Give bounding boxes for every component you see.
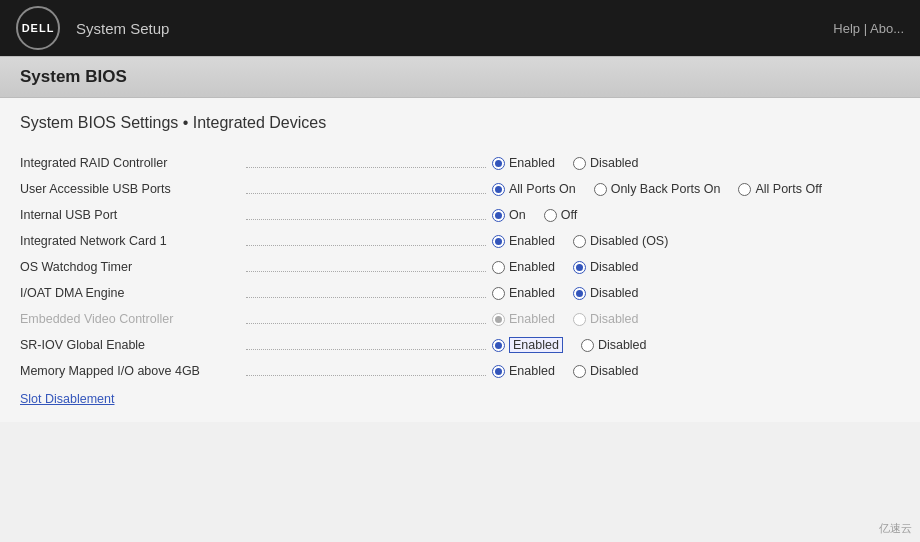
radio-option-user-usb-ports-0[interactable]: All Ports On	[492, 182, 576, 196]
radio-label-os-watchdog-1: Disabled	[590, 260, 639, 274]
main-content: System BIOS System BIOS Settings • Integ…	[0, 56, 920, 542]
setting-options-os-watchdog: EnabledDisabled	[492, 260, 639, 274]
radio-label-ioat-dma-0: Enabled	[509, 286, 555, 300]
radio-label-embedded-video-1: Disabled	[590, 312, 639, 326]
radio-circle-internal-usb-0	[492, 209, 505, 222]
radio-dot-memory-mapped-0	[495, 368, 502, 375]
setting-label-os-watchdog: OS Watchdog Timer	[20, 260, 240, 274]
radio-option-integrated-network-0[interactable]: Enabled	[492, 234, 555, 248]
radio-circle-os-watchdog-0	[492, 261, 505, 274]
dotted-line-internal-usb	[246, 219, 486, 220]
radio-option-sr-iov-0[interactable]: Enabled	[492, 337, 563, 353]
radio-circle-os-watchdog-1	[573, 261, 586, 274]
radio-dot-sr-iov-0	[495, 342, 502, 349]
radio-label-memory-mapped-1: Disabled	[590, 364, 639, 378]
radio-option-integrated-raid-0[interactable]: Enabled	[492, 156, 555, 170]
radio-circle-sr-iov-1	[581, 339, 594, 352]
radio-dot-integrated-network-0	[495, 238, 502, 245]
radio-option-user-usb-ports-2[interactable]: All Ports Off	[738, 182, 821, 196]
radio-option-memory-mapped-1[interactable]: Disabled	[573, 364, 639, 378]
radio-circle-user-usb-ports-1	[594, 183, 607, 196]
page-title: System BIOS Settings • Integrated Device…	[20, 114, 900, 132]
dotted-line-integrated-network	[246, 245, 486, 246]
radio-option-user-usb-ports-1[interactable]: Only Back Ports On	[594, 182, 721, 196]
radio-label-memory-mapped-0: Enabled	[509, 364, 555, 378]
radio-dot-internal-usb-0	[495, 212, 502, 219]
radio-option-os-watchdog-1[interactable]: Disabled	[573, 260, 639, 274]
dotted-line-integrated-raid	[246, 167, 486, 168]
radio-circle-integrated-network-1	[573, 235, 586, 248]
setting-options-embedded-video: EnabledDisabled	[492, 312, 639, 326]
dotted-line-sr-iov	[246, 349, 486, 350]
radio-label-user-usb-ports-1: Only Back Ports On	[611, 182, 721, 196]
radio-option-internal-usb-1[interactable]: Off	[544, 208, 577, 222]
setting-label-ioat-dma: I/OAT DMA Engine	[20, 286, 240, 300]
radio-circle-sr-iov-0	[492, 339, 505, 352]
radio-option-internal-usb-0[interactable]: On	[492, 208, 526, 222]
radio-label-os-watchdog-0: Enabled	[509, 260, 555, 274]
setting-options-sr-iov: EnabledDisabled	[492, 337, 647, 353]
setting-row-user-usb-ports: User Accessible USB PortsAll Ports OnOnl…	[20, 176, 900, 202]
radio-circle-user-usb-ports-2	[738, 183, 751, 196]
radio-option-integrated-network-1[interactable]: Disabled (OS)	[573, 234, 669, 248]
setting-options-integrated-network: EnabledDisabled (OS)	[492, 234, 668, 248]
radio-label-user-usb-ports-2: All Ports Off	[755, 182, 821, 196]
radio-dot-integrated-raid-0	[495, 160, 502, 167]
radio-label-user-usb-ports-0: All Ports On	[509, 182, 576, 196]
radio-option-sr-iov-1[interactable]: Disabled	[581, 338, 647, 352]
dotted-line-ioat-dma	[246, 297, 486, 298]
bios-title: System BIOS	[20, 67, 900, 87]
setting-label-internal-usb: Internal USB Port	[20, 208, 240, 222]
setting-row-memory-mapped: Memory Mapped I/O above 4GBEnabledDisabl…	[20, 358, 900, 384]
radio-circle-integrated-raid-1	[573, 157, 586, 170]
dotted-line-embedded-video	[246, 323, 486, 324]
help-link[interactable]: Help	[833, 21, 860, 36]
dotted-line-os-watchdog	[246, 271, 486, 272]
setting-row-embedded-video: Embedded Video ControllerEnabledDisabled	[20, 306, 900, 332]
radio-label-internal-usb-1: Off	[561, 208, 577, 222]
radio-circle-internal-usb-1	[544, 209, 557, 222]
radio-circle-memory-mapped-1	[573, 365, 586, 378]
radio-option-embedded-video-0[interactable]: Enabled	[492, 312, 555, 326]
setting-options-memory-mapped: EnabledDisabled	[492, 364, 639, 378]
radio-option-memory-mapped-0[interactable]: Enabled	[492, 364, 555, 378]
header-right: Help | Abo...	[833, 21, 904, 36]
radio-option-embedded-video-1[interactable]: Disabled	[573, 312, 639, 326]
radio-label-sr-iov-0: Enabled	[509, 337, 563, 353]
setting-label-memory-mapped: Memory Mapped I/O above 4GB	[20, 364, 240, 378]
header-separator: |	[864, 21, 867, 36]
setting-options-ioat-dma: EnabledDisabled	[492, 286, 639, 300]
setting-row-internal-usb: Internal USB PortOnOff	[20, 202, 900, 228]
setting-row-ioat-dma: I/OAT DMA EngineEnabledDisabled	[20, 280, 900, 306]
watermark: 亿速云	[879, 521, 912, 536]
dell-logo-text: DELL	[22, 22, 55, 34]
radio-option-integrated-raid-1[interactable]: Disabled	[573, 156, 639, 170]
radio-dot-ioat-dma-1	[576, 290, 583, 297]
radio-label-integrated-raid-0: Enabled	[509, 156, 555, 170]
setting-row-sr-iov: SR-IOV Global EnableEnabledDisabled	[20, 332, 900, 358]
radio-label-embedded-video-0: Enabled	[509, 312, 555, 326]
header-left: DELL System Setup	[16, 6, 169, 50]
radio-circle-ioat-dma-1	[573, 287, 586, 300]
dotted-line-memory-mapped	[246, 375, 486, 376]
radio-circle-memory-mapped-0	[492, 365, 505, 378]
setting-label-user-usb-ports: User Accessible USB Ports	[20, 182, 240, 196]
setting-options-integrated-raid: EnabledDisabled	[492, 156, 639, 170]
about-link[interactable]: Abo...	[870, 21, 904, 36]
radio-label-integrated-network-1: Disabled (OS)	[590, 234, 669, 248]
setting-label-embedded-video: Embedded Video Controller	[20, 312, 240, 326]
radio-circle-integrated-raid-0	[492, 157, 505, 170]
radio-circle-user-usb-ports-0	[492, 183, 505, 196]
slot-disablement-link[interactable]: Slot Disablement	[20, 392, 115, 406]
setting-label-integrated-network: Integrated Network Card 1	[20, 234, 240, 248]
radio-option-ioat-dma-1[interactable]: Disabled	[573, 286, 639, 300]
radio-circle-embedded-video-0	[492, 313, 505, 326]
radio-option-ioat-dma-0[interactable]: Enabled	[492, 286, 555, 300]
setting-row-integrated-raid: Integrated RAID ControllerEnabledDisable…	[20, 150, 900, 176]
setting-label-integrated-raid: Integrated RAID Controller	[20, 156, 240, 170]
setting-row-os-watchdog: OS Watchdog TimerEnabledDisabled	[20, 254, 900, 280]
content-area: System BIOS Settings • Integrated Device…	[0, 98, 920, 422]
radio-option-os-watchdog-0[interactable]: Enabled	[492, 260, 555, 274]
radio-label-ioat-dma-1: Disabled	[590, 286, 639, 300]
dotted-line-user-usb-ports	[246, 193, 486, 194]
